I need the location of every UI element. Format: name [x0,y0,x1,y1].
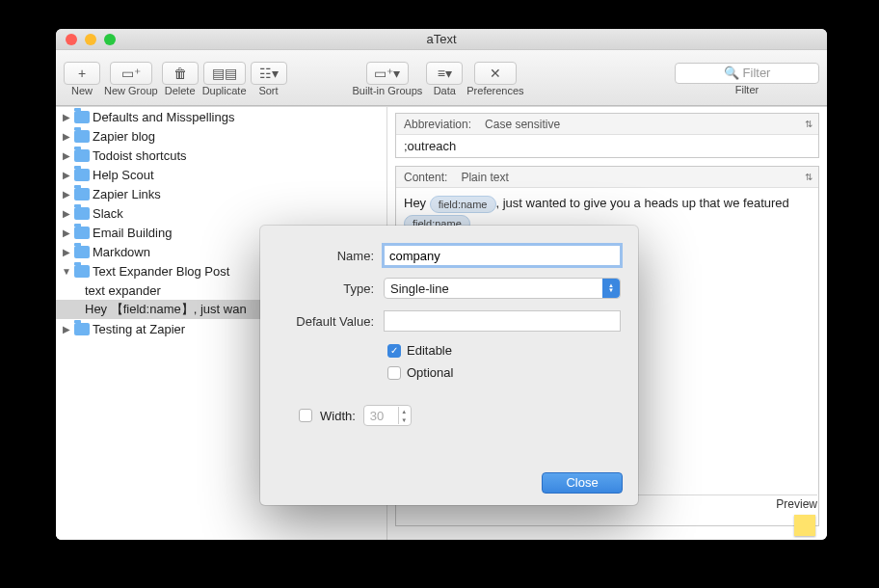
duplicate-label: Duplicate [202,85,247,96]
chevron-updown-icon[interactable]: ⇅ [805,172,812,182]
note-icon[interactable] [794,515,815,536]
sort-label: Sort [258,85,278,96]
sidebar-item-label: Todoist shortcuts [93,148,187,163]
sidebar-item-label: Markdown [93,245,150,259]
field-token[interactable]: field:name [430,196,496,213]
trash-icon: 🗑 [173,66,187,81]
chevron-updown-icon: ▲▼ [602,279,620,298]
folder-icon [74,207,90,220]
folder-icon [74,227,90,239]
default-value-input[interactable] [384,310,621,332]
disclosure-triangle-icon[interactable]: ▶ [62,170,71,180]
optional-checkbox[interactable] [387,366,401,380]
width-value: 30 [370,409,384,423]
name-input[interactable] [384,245,621,266]
sidebar-folder[interactable]: ▶Zapier blog [56,126,386,146]
width-label: Width: [320,409,356,423]
disclosure-triangle-icon[interactable]: ▶ [62,150,71,161]
sidebar-folder[interactable]: ▶Zapier Links [56,184,386,203]
type-label: Type: [278,281,374,296]
sidebar-folder[interactable]: ▶Todoist shortcuts [56,146,386,165]
delete-button[interactable]: 🗑 [162,62,199,85]
sidebar-folder[interactable]: ▶Defaults and Misspellings [56,107,386,126]
close-button[interactable]: Close [542,472,623,494]
sidebar-folder[interactable]: ▶Help Scout [56,165,386,184]
content-mode[interactable]: Plain text [461,171,508,184]
new-group-button[interactable]: ▭⁺ [110,62,152,85]
folder-icon [74,265,90,278]
type-select[interactable]: Single-line ▲▼ [384,278,621,299]
disclosure-triangle-icon[interactable]: ▶ [62,131,71,142]
default-value-label: Default Value: [278,314,374,329]
sidebar-folder[interactable]: ▶Slack [56,203,386,223]
disclosure-triangle-icon[interactable]: ▶ [62,227,71,238]
folder-icon [74,246,90,258]
filter-label: Filter [735,84,759,95]
sidebar-item-label: Zapier Links [93,187,161,201]
chevron-updown-icon[interactable]: ⇅ [805,119,812,129]
filter-placeholder: Filter [743,66,771,80]
sidebar-item-label: Testing at Zapier [93,322,185,336]
duplicate-button[interactable]: ▤▤ [203,62,246,85]
toolbar: + New ▭⁺ New Group 🗑 Delete ▤▤ Duplicate… [56,50,827,106]
data-button[interactable]: ≡▾ [426,62,463,85]
data-label: Data [434,85,456,96]
content-label: Content: [404,171,447,184]
abbreviation-mode[interactable]: Case sensitive [485,118,560,131]
sidebar-item-label: Zapier blog [93,129,155,144]
builtin-groups-button[interactable]: ▭⁺▾ [366,62,409,85]
type-value: Single-line [390,281,449,296]
folder-icon [74,111,90,123]
sidebar-item-label: Defaults and Misspellings [93,110,234,124]
folder-icon [74,149,90,162]
width-checkbox[interactable] [299,409,312,422]
disclosure-triangle-icon[interactable]: ▶ [62,112,71,122]
folder-icon [74,188,90,200]
duplicate-icon: ▤▤ [212,66,237,81]
tools-icon: ✕ [490,66,501,81]
sidebar-item-label: Slack [93,206,123,221]
name-label: Name: [278,249,374,263]
titlebar: aText [56,29,827,50]
sort-button[interactable]: ☷▾ [251,62,287,85]
content-text: Hey [404,196,430,210]
preferences-label: Preferences [466,85,523,96]
abbreviation-box: Abbreviation: Case sensitive ⇅ ;outreach [395,113,819,158]
new-label: New [71,85,93,96]
editable-label: Editable [407,343,452,358]
width-stepper[interactable]: 30 ▲▼ [363,405,412,426]
content-text: , just wanted to give you a heads up tha… [496,196,789,210]
folder-icon [74,323,90,335]
plus-icon: + [78,66,86,81]
disclosure-triangle-icon[interactable]: ▼ [62,266,71,277]
abbreviation-label: Abbreviation: [404,118,471,131]
folder-plus-icon: ▭⁺▾ [374,66,400,81]
new-button[interactable]: + [64,62,100,85]
disclosure-triangle-icon[interactable]: ▶ [62,208,71,219]
delete-label: Delete [165,85,196,96]
disclosure-triangle-icon[interactable]: ▶ [62,247,71,257]
sidebar-item-label: text expander [85,283,161,298]
abbreviation-input[interactable]: ;outreach [396,135,818,157]
optional-label: Optional [407,365,453,380]
step-down-icon[interactable]: ▼ [398,415,410,424]
search-icon: 🔍 [724,66,739,80]
preferences-button[interactable]: ✕ [474,62,517,85]
builtin-groups-label: Built-in Groups [353,85,423,96]
sidebar-item-label: Help Scout [93,168,154,182]
sort-icon: ☷▾ [259,66,279,81]
sidebar-item-label: Hey 【field:name】, just wan [85,301,247,318]
window-title: aText [56,32,827,46]
sidebar-item-label: Email Building [93,226,172,240]
folder-icon [74,169,90,181]
disclosure-triangle-icon[interactable]: ▶ [62,189,71,200]
folder-icon [74,130,90,143]
step-up-icon[interactable]: ▲ [398,407,410,415]
list-icon: ≡▾ [438,66,452,81]
filter-search-input[interactable]: 🔍 Filter [675,63,819,84]
field-edit-sheet: Name: Type: Single-line ▲▼ Default Value… [260,226,638,505]
sidebar-item-label: Text Expander Blog Post [93,264,229,279]
editable-checkbox[interactable]: ✓ [387,344,401,358]
new-group-label: New Group [104,85,158,96]
disclosure-triangle-icon[interactable]: ▶ [62,324,71,334]
